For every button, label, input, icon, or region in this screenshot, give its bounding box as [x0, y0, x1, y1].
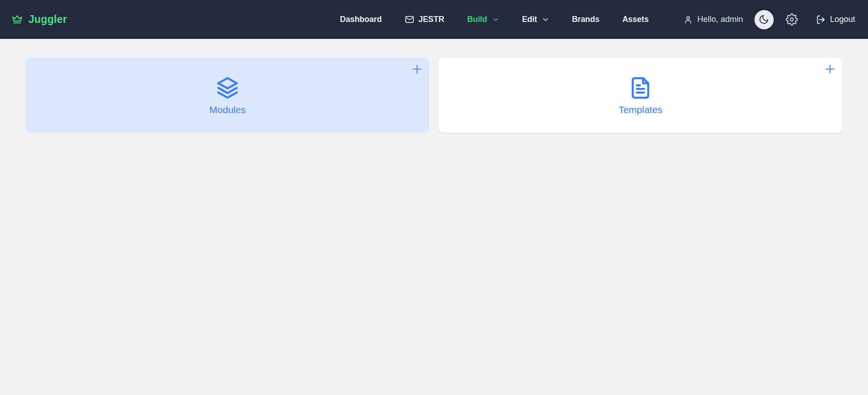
nav-item-jestr[interactable]: JESTR	[405, 15, 444, 24]
user-cluster: Hello, admin	[684, 10, 855, 29]
nav-item-label: Assets	[622, 15, 648, 24]
mail-icon	[405, 15, 414, 24]
person-icon	[684, 15, 693, 24]
templates-tile[interactable]: Templates	[439, 58, 842, 133]
chevron-down-icon	[492, 16, 499, 23]
file-text-icon	[628, 76, 653, 100]
add-template-button[interactable]	[823, 62, 837, 76]
settings-button[interactable]	[786, 13, 798, 26]
nav-item-label: Edit	[522, 15, 537, 24]
tile-title: Modules	[209, 104, 245, 115]
brand-title: Juggler	[28, 13, 67, 26]
nav-item-label: Brands	[572, 15, 599, 24]
nav-item-label: Dashboard	[340, 15, 382, 24]
nav-item-brands[interactable]: Brands	[572, 15, 599, 24]
add-module-button[interactable]	[410, 62, 424, 76]
logout-label: Logout	[830, 15, 855, 24]
nav-item-label: JESTR	[418, 15, 444, 24]
logout-icon	[816, 15, 826, 25]
greeting-text: Hello, admin	[697, 15, 743, 24]
chevron-down-icon	[542, 16, 549, 23]
logout-button[interactable]: Logout	[816, 15, 855, 25]
crown-icon	[11, 13, 23, 26]
tile-title: Templates	[618, 104, 662, 115]
layers-icon	[215, 76, 240, 100]
nav-item-assets[interactable]: Assets	[622, 15, 648, 24]
user-greeting: Hello, admin	[684, 15, 743, 24]
theme-toggle-button[interactable]	[754, 10, 774, 29]
nav-item-label: Build	[467, 15, 487, 24]
brand-logo[interactable]: Juggler	[11, 13, 67, 26]
nav-item-dashboard[interactable]: Dashboard	[340, 15, 382, 24]
nav-links: Dashboard JESTR Build Edit	[340, 15, 649, 24]
nav-item-build[interactable]: Build	[467, 15, 499, 24]
main-content: Modules Templates	[0, 39, 868, 152]
gear-icon	[786, 13, 798, 26]
nav-item-edit[interactable]: Edit	[522, 15, 549, 24]
navbar: Juggler Dashboard JESTR Build Edi	[0, 0, 868, 39]
moon-icon	[759, 14, 769, 25]
modules-tile[interactable]: Modules	[26, 58, 429, 133]
